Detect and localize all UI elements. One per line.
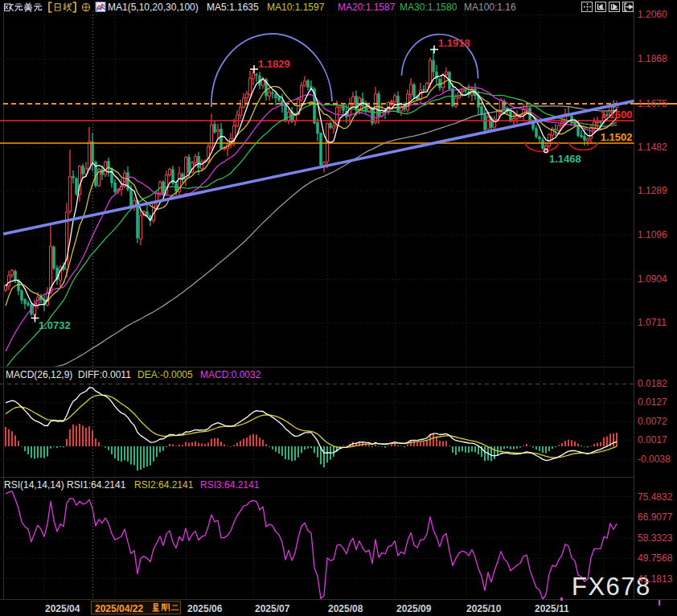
svg-text:49.7568: 49.7568 [638, 552, 673, 564]
svg-text:0.0017: 0.0017 [638, 434, 667, 446]
svg-text:1.1829: 1.1829 [258, 58, 290, 70]
svg-text:MA1(5,10,20,30,100): MA1(5,10,20,30,100) [108, 2, 199, 13]
svg-text:1.0732: 1.0732 [39, 319, 71, 331]
svg-text:DIFF:0.0011: DIFF:0.0011 [78, 369, 131, 380]
svg-text:75.4832: 75.4832 [638, 491, 673, 503]
svg-text:0.0127: 0.0127 [638, 396, 667, 408]
svg-text:2025/06: 2025/06 [187, 603, 223, 614]
svg-text:MACD:0.0032: MACD:0.0032 [200, 369, 261, 380]
svg-text:2025/08: 2025/08 [328, 603, 363, 614]
svg-text:1.0904: 1.0904 [638, 273, 667, 285]
svg-text:1.1289: 1.1289 [638, 185, 667, 196]
svg-text:66.9077: 66.9077 [638, 511, 673, 523]
svg-text:1.0711: 1.0711 [638, 317, 667, 328]
svg-text:41.1813: 41.1813 [638, 573, 673, 585]
svg-text:MA100:1.16: MA100:1.16 [464, 2, 516, 13]
svg-text:2025/10: 2025/10 [466, 603, 502, 614]
svg-text:1.1468: 1.1468 [549, 153, 581, 165]
svg-text:1.1918: 1.1918 [438, 37, 470, 49]
svg-text:RSI3:64.2141: RSI3:64.2141 [200, 479, 260, 491]
svg-text:MACD(26,12,9): MACD(26,12,9) [6, 369, 72, 380]
svg-text:2025/09: 2025/09 [396, 603, 432, 614]
svg-text:1.1600: 1.1600 [601, 109, 633, 121]
svg-text:2025/07: 2025/07 [255, 603, 290, 614]
svg-text:RSI1:64.2141: RSI1:64.2141 [67, 479, 126, 491]
svg-text:MA10:1.1597: MA10:1.1597 [267, 2, 325, 13]
svg-text:1.1502: 1.1502 [601, 131, 633, 143]
svg-text:DEA:-0.0005: DEA:-0.0005 [137, 369, 193, 380]
svg-text:2025/04: 2025/04 [45, 603, 80, 614]
svg-text:1.1868: 1.1868 [638, 53, 667, 64]
svg-text:1.1096: 1.1096 [638, 229, 667, 240]
svg-text:1.1675: 1.1675 [638, 98, 667, 109]
svg-text:MA5:1.1635: MA5:1.1635 [207, 2, 259, 13]
svg-text:RSI2:64.2141: RSI2:64.2141 [134, 479, 194, 491]
svg-text:0.0072: 0.0072 [638, 416, 667, 427]
svg-text:2025/11: 2025/11 [535, 603, 569, 614]
svg-text:MA30:1.1580: MA30:1.1580 [400, 2, 457, 13]
svg-text:58.3323: 58.3323 [638, 532, 673, 544]
svg-text:1.2060: 1.2060 [638, 9, 667, 20]
svg-text:2025/04/22: 2025/04/22 [95, 603, 143, 614]
svg-text:1.1482: 1.1482 [638, 142, 667, 153]
svg-text:MA20:1.1587: MA20:1.1587 [338, 2, 396, 13]
svg-text:-0.0038: -0.0038 [638, 454, 671, 465]
svg-text:0.0182: 0.0182 [638, 378, 667, 389]
svg-text:RSI(14,14,14): RSI(14,14,14) [4, 479, 64, 491]
